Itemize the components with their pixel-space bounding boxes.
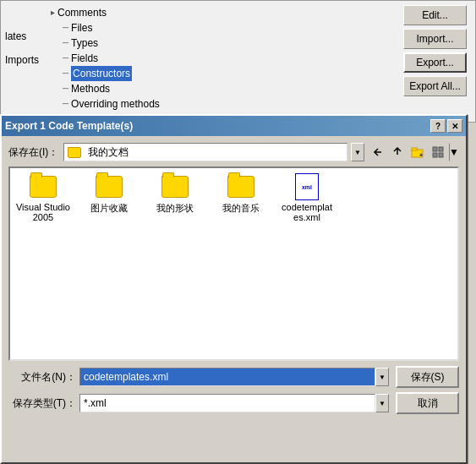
- tree-item-methods[interactable]: ─ Methods: [47, 81, 225, 96]
- filetype-label: 保存类型(T)：: [8, 396, 76, 411]
- save-location-row: 保存在(I)： 我的文档 ▼: [8, 143, 459, 161]
- filetype-dropdown[interactable]: ▼: [375, 394, 389, 412]
- dash-icon-methods: ─: [63, 81, 68, 96]
- file-list: Visual Studio 2005 图片收藏 我的形状: [8, 166, 459, 361]
- file-item-xml[interactable]: xml codetemplates.xml: [277, 172, 336, 224]
- export-dialog: Export 1 Code Template(s) ? ✕ 保存在(I)： 我的…: [0, 114, 468, 464]
- dash-icon-types: ─: [63, 35, 68, 51]
- filename-label: 文件名(N)：: [8, 370, 76, 385]
- titlebar-left: Export 1 Code Template(s): [5, 120, 133, 132]
- dash-icon-fields: ─: [63, 51, 68, 66]
- titlebar-controls: ? ✕: [430, 119, 462, 133]
- close-button[interactable]: ✕: [447, 119, 462, 133]
- file-label-music: 我的音乐: [222, 202, 260, 215]
- tree-item-comments[interactable]: ▸ Comments: [47, 5, 225, 20]
- tree-item-types[interactable]: ─ Types: [47, 35, 225, 51]
- tree-label-files: Files: [71, 20, 92, 35]
- filetype-value: *.xml: [84, 397, 107, 409]
- bg-buttons-area: Edit... Import... Export... Export All..…: [403, 5, 467, 96]
- export-button[interactable]: Export...: [403, 52, 467, 73]
- dash-icon-files: ─: [63, 20, 68, 35]
- tree-label-comments: Comments: [57, 5, 107, 20]
- svg-rect-6: [439, 153, 443, 157]
- save-location-combo[interactable]: 我的文档: [63, 143, 347, 161]
- folder-icon-music: [227, 173, 254, 200]
- tree-label-types: Types: [71, 35, 98, 51]
- svg-rect-4: [439, 147, 443, 151]
- folder-icon-small: [68, 147, 81, 158]
- file-label-xml: codetemplates.xml: [279, 202, 335, 222]
- background-panel: lates Imports ▸ Comments ─ Files ─ Types…: [0, 0, 476, 123]
- filename-input[interactable]: codetemplates.xml: [79, 368, 375, 386]
- save-button[interactable]: 保存(S): [396, 366, 459, 388]
- tree-label-methods: Methods: [71, 81, 110, 96]
- tree-item-files[interactable]: ─ Files: [47, 20, 225, 35]
- tree-item-overriding[interactable]: ─ Overriding methods: [47, 96, 225, 112]
- views-button[interactable]: [429, 143, 447, 161]
- tree-label-constructors: Constructors: [71, 66, 132, 81]
- tree-label-overriding: Overriding methods: [71, 96, 160, 112]
- xml-file-icon: xml: [293, 173, 320, 200]
- save-location-label: 保存在(I)：: [8, 145, 58, 160]
- dialog-title: Export 1 Code Template(s): [5, 120, 133, 132]
- toolbar-row: + ▼: [368, 143, 459, 161]
- help-button[interactable]: ?: [430, 119, 446, 133]
- views-dropdown[interactable]: ▼: [449, 143, 459, 161]
- file-label-pictures: 图片收藏: [90, 202, 128, 215]
- dash-icon-constructors: ─: [63, 66, 68, 81]
- file-label-vs2005: Visual Studio 2005: [15, 202, 71, 222]
- save-location-dropdown[interactable]: ▼: [351, 143, 364, 161]
- filename-dropdown[interactable]: ▼: [375, 368, 389, 386]
- templates-label: lates: [5, 30, 39, 42]
- back-button[interactable]: [368, 143, 386, 161]
- save-location-text: 我的文档: [88, 145, 129, 160]
- svg-rect-5: [433, 153, 437, 157]
- file-item-music[interactable]: 我的音乐: [211, 172, 271, 224]
- folder-icon-pictures: [96, 173, 123, 200]
- svg-text:+: +: [419, 152, 423, 158]
- file-label-shapes: 我的形状: [156, 202, 194, 215]
- dialog-titlebar: Export 1 Code Template(s) ? ✕: [2, 116, 466, 136]
- folder-icon-shapes: [161, 173, 189, 200]
- expand-icon: ▸: [51, 5, 55, 20]
- filetype-input[interactable]: *.xml: [79, 394, 375, 412]
- edit-button[interactable]: Edit...: [403, 5, 467, 25]
- new-folder-button[interactable]: +: [408, 143, 427, 161]
- tree-label-fields: Fields: [71, 51, 98, 66]
- folder-icon-vs2005: [30, 173, 57, 200]
- imports-label: Imports: [5, 54, 39, 66]
- tree-item-fields[interactable]: ─ Fields: [47, 51, 225, 66]
- dialog-body: 保存在(I)： 我的文档 ▼: [2, 136, 466, 421]
- svg-rect-3: [433, 147, 437, 151]
- filename-value: codetemplates.xml: [84, 371, 168, 383]
- svg-rect-1: [412, 148, 417, 150]
- file-item-pictures[interactable]: 图片收藏: [79, 172, 139, 224]
- up-button[interactable]: [388, 143, 407, 161]
- save-location-value: 我的文档: [68, 145, 343, 160]
- dash-icon-overriding: ─: [63, 96, 68, 112]
- export-all-button[interactable]: Export All...: [403, 76, 467, 96]
- file-grid: Visual Studio 2005 图片收藏 我的形状: [14, 172, 454, 224]
- file-item-vs2005[interactable]: Visual Studio 2005: [14, 172, 73, 224]
- tree-area: ▸ Comments ─ Files ─ Types ─ Fields ─ Co…: [47, 5, 225, 127]
- tree-item-constructors[interactable]: ─ Constructors: [47, 66, 225, 81]
- cancel-button[interactable]: 取消: [396, 392, 459, 414]
- bottom-form: 文件名(N)： codetemplates.xml ▼ 保存(S) 保存类型(T…: [8, 366, 459, 414]
- file-item-shapes[interactable]: 我的形状: [145, 172, 205, 224]
- import-button[interactable]: Import...: [403, 29, 467, 49]
